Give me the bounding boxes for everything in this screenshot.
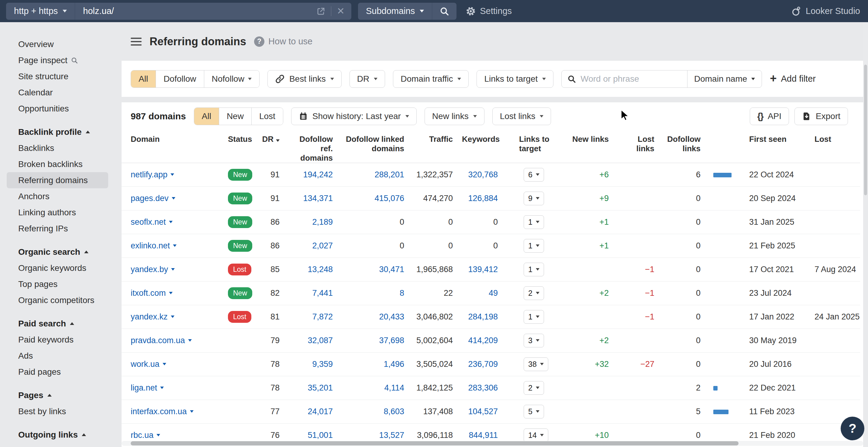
domain-link[interactable]: itxoft.com — [131, 288, 173, 298]
column-header-bar[interactable] — [710, 129, 739, 163]
domain-link[interactable]: rbc.ua — [131, 431, 160, 440]
dofollow-linked-domains-value[interactable]: 30,471 — [379, 265, 404, 274]
dofollow-ref-domains-link[interactable]: 35,201 — [308, 383, 333, 392]
links-to-target-filter[interactable]: Links to target — [476, 70, 553, 88]
domain-link[interactable]: yandex.kz — [131, 312, 175, 321]
dofollow-ref-domains-link[interactable]: 7,872 — [312, 312, 333, 321]
new-links-dropdown[interactable]: New links — [425, 107, 485, 125]
dofollow-ref-domains-link[interactable]: 7,441 — [312, 288, 333, 298]
domain-link[interactable]: work.ua — [131, 359, 166, 369]
vertical-scrollbar[interactable] — [863, 22, 868, 447]
links-to-target-select[interactable]: 6 — [524, 168, 544, 182]
status-lost[interactable]: Lost — [251, 108, 283, 125]
dr-filter[interactable]: DR — [349, 70, 385, 88]
status-all[interactable]: All — [194, 108, 219, 125]
how-to-use-link[interactable]: ? How to use — [254, 36, 312, 47]
dofollow-ref-domains-link[interactable]: 134,371 — [303, 194, 333, 203]
looker-studio-link[interactable]: Looker Studio — [791, 6, 860, 16]
links-to-target-select[interactable]: 1 — [524, 310, 544, 324]
keywords-value[interactable]: 104,527 — [468, 407, 498, 416]
sidebar-item-paid-keywords[interactable]: Paid keywords — [0, 332, 122, 348]
sidebar-item-broken-backlinks[interactable]: Broken backlinks — [0, 156, 122, 172]
sidebar-section-paid-search[interactable]: Paid search — [0, 315, 122, 332]
column-header-dof[interactable]: Dofollow links — [663, 129, 710, 163]
sidebar-item-top-pages[interactable]: Top pages — [0, 276, 122, 292]
dofollow-linked-domains-value[interactable]: 37,698 — [379, 336, 404, 345]
show-history-dropdown[interactable]: Show history: Last year — [291, 107, 417, 125]
links-to-target-select[interactable]: 1 — [524, 263, 544, 276]
dofollow-ref-domains-link[interactable]: 194,242 — [303, 170, 333, 179]
sidebar-item-calendar[interactable]: Calendar — [0, 84, 122, 101]
sidebar-item-referring-domains[interactable]: Referring domains — [7, 172, 108, 188]
sidebar-item-overview[interactable]: Overview — [0, 36, 122, 52]
domain-link[interactable]: exlinko.net — [131, 241, 177, 250]
keywords-value[interactable]: 844,911 — [469, 431, 498, 440]
vertical-scrollbar-thumb[interactable] — [864, 65, 867, 195]
sidebar-item-best-by-links[interactable]: Best by links — [0, 403, 122, 419]
external-link-icon[interactable] — [316, 7, 326, 16]
best-links-filter[interactable]: Best links — [268, 70, 342, 88]
sidebar-section-backlink-profile[interactable]: Backlink profile — [0, 124, 122, 140]
keywords-value[interactable]: 236,709 — [468, 359, 498, 369]
status-new[interactable]: New — [219, 108, 251, 125]
links-to-target-select[interactable]: 14 — [524, 428, 548, 442]
sidebar-item-site-structure[interactable]: Site structure — [0, 68, 122, 84]
clear-target-icon[interactable]: ✕ — [337, 6, 345, 16]
domain-link[interactable]: pravda.com.ua — [131, 336, 192, 345]
export-button[interactable]: Export — [795, 107, 848, 125]
column-header-first[interactable]: First seen — [739, 129, 808, 163]
sidebar-item-referring-ips[interactable]: Referring IPs — [0, 220, 122, 237]
domain-link[interactable]: yandex.by — [131, 265, 175, 274]
domain-traffic-filter[interactable]: Domain traffic — [393, 70, 469, 88]
links-to-target-select[interactable]: 38 — [524, 357, 548, 371]
dofollow-ref-domains-link[interactable]: 32,087 — [308, 336, 333, 345]
domain-link[interactable]: liga.net — [131, 383, 164, 393]
dofollow-linked-domains-value[interactable]: 415,076 — [374, 194, 404, 203]
domain-link[interactable]: netlify.app — [131, 170, 174, 179]
dofollow-linked-domains-value[interactable]: 20,433 — [379, 312, 404, 321]
column-header-lostdate[interactable]: Lost — [808, 129, 860, 163]
sidebar-item-backlinks[interactable]: Backlinks — [0, 140, 122, 156]
add-filter-button[interactable]: + Add filter — [770, 74, 816, 84]
horizontal-scrollbar[interactable] — [122, 441, 863, 446]
domain-link[interactable]: interfax.com.ua — [131, 407, 194, 416]
links-to-target-select[interactable]: 2 — [524, 381, 544, 395]
keywords-value[interactable]: 49 — [489, 288, 498, 298]
column-header-ltt[interactable]: Links to target — [507, 129, 569, 163]
settings-button[interactable]: Settings — [466, 6, 512, 16]
sidebar-item-anchors[interactable]: Anchors — [0, 188, 122, 204]
domain-link[interactable]: seoflx.net — [131, 217, 173, 227]
links-to-target-select[interactable]: 1 — [524, 239, 544, 253]
domain-link[interactable]: pages.dev — [131, 194, 175, 203]
dofollow-ref-domains-link[interactable]: 24,017 — [308, 407, 333, 416]
dofollow-linked-domains-value[interactable]: 288,201 — [374, 170, 404, 179]
help-button[interactable]: ? — [841, 417, 864, 440]
protocol-dropdown[interactable]: http + https — [6, 3, 75, 20]
dofollow-ref-domains-link[interactable]: 51,001 — [308, 431, 333, 440]
dofollow-linked-domains-value[interactable]: 4,114 — [384, 383, 404, 392]
dofollow-ref-domains-link[interactable]: 13,248 — [308, 265, 333, 274]
sidebar-section-pages[interactable]: Pages — [0, 387, 122, 403]
filter-nofollow[interactable]: Nofollow — [204, 70, 259, 88]
column-header-dr[interactable]: DR — [260, 129, 289, 163]
column-header-new[interactable]: New links — [569, 129, 618, 163]
lost-links-dropdown[interactable]: Lost links — [492, 107, 551, 125]
search-scope-dropdown[interactable]: Domain name — [687, 70, 762, 88]
target-input[interactable]: holz.ua/ — [75, 6, 316, 16]
horizontal-scrollbar-thumb[interactable] — [131, 441, 739, 445]
links-to-target-select[interactable]: 5 — [524, 405, 544, 418]
sidebar-item-organic-competitors[interactable]: Organic competitors — [0, 292, 122, 308]
column-header-traffic[interactable]: Traffic — [413, 129, 462, 163]
filter-all[interactable]: All — [131, 70, 156, 88]
dofollow-ref-domains-link[interactable]: 2,027 — [312, 241, 333, 250]
keywords-value[interactable]: 283,306 — [468, 383, 498, 392]
dofollow-linked-domains-value[interactable]: 8,603 — [383, 407, 404, 416]
column-header-ref[interactable]: Dofollow ref. domains — [289, 129, 342, 163]
column-header-lost[interactable]: Lost links — [618, 129, 663, 163]
sidebar-item-linking-authors[interactable]: Linking authors — [0, 204, 122, 220]
sidebar-item-opportunities[interactable]: Opportunities — [0, 101, 122, 116]
column-header-linked[interactable]: Dofollow linked domains — [342, 129, 413, 163]
dofollow-linked-domains-value[interactable]: 8 — [400, 288, 404, 298]
keywords-value[interactable]: 284,198 — [468, 312, 498, 321]
column-header-kw[interactable]: Keywords — [462, 129, 507, 163]
